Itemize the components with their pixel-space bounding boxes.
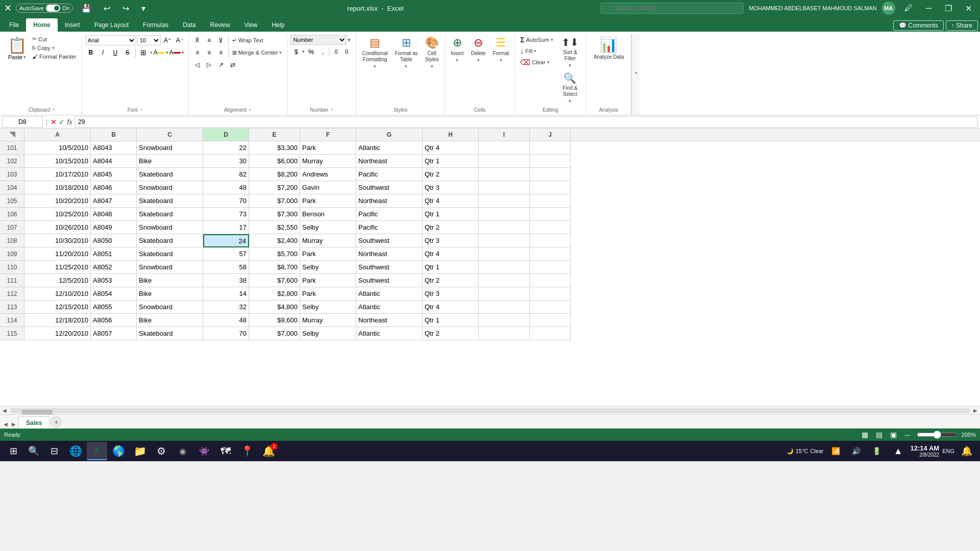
tab-page-layout[interactable]: Page Layout	[87, 18, 136, 32]
data-cell[interactable]: $7,000	[249, 194, 300, 208]
data-cell[interactable]: Skateboard	[137, 208, 203, 221]
corner-cell[interactable]	[0, 129, 24, 141]
tab-formulas[interactable]: Formulas	[136, 18, 176, 32]
data-cell[interactable]: Qtr 4	[423, 141, 479, 155]
align-bottom-button[interactable]: ⊻	[215, 35, 227, 46]
percent-button[interactable]: %	[305, 46, 316, 57]
tab-help[interactable]: Help	[265, 18, 292, 32]
data-cell[interactable]	[530, 314, 571, 327]
tab-review[interactable]: Review	[203, 18, 237, 32]
number-expand-icon[interactable]: ↗	[330, 108, 333, 112]
data-cell[interactable]: Skateboard	[137, 327, 203, 340]
font-color-button[interactable]: A	[169, 47, 181, 58]
data-cell[interactable]: Qtr 4	[423, 194, 479, 208]
data-cell[interactable]: 32	[203, 300, 249, 314]
col-header-i[interactable]: I	[479, 129, 530, 141]
format-painter-button[interactable]: 🖌 Format Painter	[30, 53, 79, 61]
data-cell[interactable]: 70	[203, 194, 249, 208]
data-cell[interactable]	[479, 141, 530, 155]
data-cell[interactable]: Qtr 2	[423, 274, 479, 287]
row-header[interactable]: 113	[0, 300, 24, 314]
data-cell[interactable]: Benson	[300, 208, 356, 221]
data-cell[interactable]: 30	[203, 155, 249, 168]
redo-button[interactable]: ↪	[118, 3, 133, 14]
data-cell[interactable]: Qtr 3	[423, 287, 479, 300]
data-cell[interactable]: Park	[300, 274, 356, 287]
taskbar-app-edge[interactable]: 🌐	[65, 442, 86, 460]
taskbar-app-excel[interactable]: X	[87, 442, 107, 460]
font-size-select[interactable]: 10	[137, 35, 161, 45]
data-cell[interactable]: 10/20/2010	[24, 194, 91, 208]
data-cell[interactable]: A8054	[91, 287, 137, 300]
increase-decimal-button[interactable]: .0	[330, 46, 341, 57]
data-cell[interactable]: 73	[203, 208, 249, 221]
h-scroll-track[interactable]	[10, 408, 970, 413]
ribbon-collapse-button[interactable]: ⌃	[631, 34, 640, 115]
borders-dropdown-arrow[interactable]: ▾	[150, 50, 153, 55]
data-cell[interactable]	[530, 155, 571, 168]
data-cell[interactable]: Gavin	[300, 181, 356, 194]
minimize-button[interactable]: ─	[922, 3, 936, 14]
data-cell[interactable]: A8048	[91, 208, 137, 221]
font-color-dropdown-arrow[interactable]: ▾	[182, 50, 184, 55]
data-cell[interactable]: Selby	[300, 221, 356, 234]
language-indicator[interactable]: ENG	[942, 448, 954, 454]
data-cell[interactable]	[530, 168, 571, 181]
scroll-right-arrow[interactable]: ▶	[972, 407, 979, 414]
data-cell[interactable]	[479, 155, 530, 168]
data-cell[interactable]: Murray	[300, 234, 356, 247]
data-cell[interactable]: 70	[203, 327, 249, 340]
data-cell[interactable]: Snowboard	[137, 300, 203, 314]
fill-dropdown-arrow[interactable]: ▾	[166, 50, 168, 55]
bold-button[interactable]: B	[85, 47, 96, 58]
data-cell[interactable]	[479, 194, 530, 208]
borders-button[interactable]: ⊞	[138, 47, 149, 58]
row-header[interactable]: 111	[0, 274, 24, 287]
data-cell[interactable]	[479, 234, 530, 247]
data-cell[interactable]	[479, 261, 530, 274]
data-cell[interactable]: A8052	[91, 261, 137, 274]
ribbon-display-button[interactable]: 🖊	[900, 3, 917, 14]
formula-confirm-button[interactable]: ✓	[59, 118, 65, 126]
data-cell[interactable]: 11/25/2010	[24, 261, 91, 274]
tab-home[interactable]: Home	[26, 18, 57, 32]
data-cell[interactable]: Park	[300, 194, 356, 208]
data-cell[interactable]: Qtr 4	[423, 247, 479, 261]
taskbar-app-dell[interactable]: ◉	[173, 442, 193, 460]
data-cell[interactable]: Skateboard	[137, 234, 203, 247]
data-cell[interactable]: 12/10/2010	[24, 287, 91, 300]
delete-dropdown-arrow[interactable]: ▾	[477, 58, 480, 63]
data-cell[interactable]: A8045	[91, 168, 137, 181]
data-cell[interactable]: Northeast	[356, 247, 423, 261]
comments-button[interactable]: 💬 Comments	[893, 20, 943, 31]
save-button[interactable]: 💾	[77, 3, 95, 14]
data-cell[interactable]	[530, 261, 571, 274]
merge-center-button[interactable]: ⊠ Merge & Center ▾	[230, 48, 284, 57]
data-cell[interactable]: 22	[203, 141, 249, 155]
data-cell[interactable]: A8049	[91, 221, 137, 234]
data-cell[interactable]: Bike	[137, 314, 203, 327]
data-cell[interactable]: 10/26/2010	[24, 221, 91, 234]
data-cell[interactable]: A8057	[91, 327, 137, 340]
data-cell[interactable]	[479, 168, 530, 181]
align-right-button[interactable]: ≡	[215, 47, 227, 58]
insert-dropdown-arrow[interactable]: ▾	[456, 58, 458, 63]
data-cell[interactable]: Qtr 1	[423, 261, 479, 274]
data-cell[interactable]: Qtr 1	[423, 208, 479, 221]
data-cell[interactable]	[530, 287, 571, 300]
italic-button[interactable]: I	[97, 47, 109, 58]
col-header-j[interactable]: J	[530, 129, 571, 141]
currency-button[interactable]: $	[290, 46, 302, 57]
taskbar-app-alien[interactable]: 👾	[194, 442, 214, 460]
data-cell[interactable]	[479, 208, 530, 221]
data-cell[interactable]: Northeast	[356, 314, 423, 327]
data-cell[interactable]: 38	[203, 274, 249, 287]
row-header[interactable]: 112	[0, 287, 24, 300]
data-cell[interactable]	[530, 194, 571, 208]
data-cell[interactable]: Bike	[137, 287, 203, 300]
data-cell[interactable]	[530, 327, 571, 340]
data-cell[interactable]: A8051	[91, 247, 137, 261]
data-cell[interactable]: Southwest	[356, 261, 423, 274]
view-page-layout-button[interactable]: ▤	[874, 430, 885, 440]
data-cell[interactable]	[530, 221, 571, 234]
